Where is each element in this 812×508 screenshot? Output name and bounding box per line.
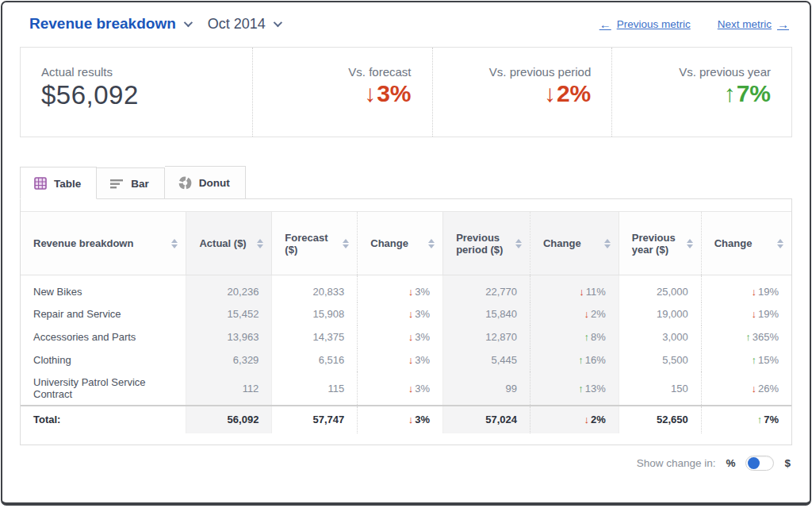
tab-label: Bar — [131, 178, 149, 190]
change-value: 11% — [586, 286, 606, 298]
change-cell: ↓19% — [701, 275, 791, 303]
card-value: $56,092 — [41, 80, 232, 110]
card-delta: ↓2% — [454, 80, 592, 107]
previous-metric-link[interactable]: ← Previous metric — [599, 17, 691, 31]
change-value: 8% — [591, 331, 606, 343]
sort-icon[interactable] — [343, 239, 349, 248]
table-row: Clothing6,3296,516↓3%5,445↑16%5,500↑15% — [21, 348, 791, 371]
next-metric-link[interactable]: Next metric → — [718, 17, 789, 31]
value-cell: 25,000 — [619, 275, 701, 303]
change-cell: ↑15% — [701, 348, 791, 371]
card-vs-previous-period: Vs. previous period ↓2% — [432, 48, 612, 137]
column-header-label: Change — [714, 237, 753, 249]
sort-icon[interactable] — [257, 239, 263, 248]
arrow-down-icon: ↓ — [408, 354, 414, 366]
arrow-up-icon: ↑ — [584, 331, 589, 343]
view-tabs: Table Bar Donut — [20, 166, 792, 199]
change-cell: ↑365% — [701, 325, 791, 348]
table-row: New Bikes20,23620,833↓3%22,770↓11%25,000… — [21, 275, 791, 303]
delta-value: 3% — [377, 80, 411, 106]
card-delta: ↓3% — [274, 80, 412, 107]
tab-donut[interactable]: Donut — [165, 166, 246, 199]
value-cell: 150 — [619, 371, 701, 406]
arrow-left-icon: ← — [599, 17, 611, 31]
column-header-4: Previous period ($) — [443, 212, 530, 275]
row-label: University Patrol Service Contract — [33, 376, 173, 400]
column-header-0: Revenue breakdown — [21, 212, 186, 275]
tab-table[interactable]: Table — [20, 167, 97, 199]
card-label: Vs. previous period — [454, 65, 592, 79]
row-label: Total: — [33, 414, 60, 425]
arrow-down-icon: ↓ — [751, 383, 756, 394]
change-cell: ↓3% — [358, 371, 443, 406]
value-cell: 6,516 — [272, 348, 358, 371]
change-value: 2% — [591, 414, 606, 425]
arrow-down-icon: ↓ — [364, 80, 376, 106]
sort-icon[interactable] — [604, 239, 611, 248]
previous-metric-label: Previous metric — [617, 18, 691, 30]
card-label: Vs. previous year — [633, 65, 771, 79]
change-cell: ↓2% — [530, 406, 619, 433]
period-selector[interactable]: Oct 2014 — [208, 16, 280, 33]
value-cell: 5,445 — [443, 348, 530, 371]
sort-icon[interactable] — [171, 239, 178, 248]
footer-controls: Show change in: % $ — [2, 456, 791, 471]
change-cell: ↑7% — [701, 406, 791, 433]
metric-selector[interactable]: Revenue breakdown — [29, 15, 190, 33]
arrow-up-icon: ↑ — [757, 414, 763, 425]
value-cell: 57,747 — [272, 406, 358, 433]
value-cell: 14,375 — [272, 325, 358, 348]
sort-icon[interactable] — [515, 239, 522, 248]
value-cell: 99 — [443, 371, 530, 406]
next-metric-label: Next metric — [718, 18, 772, 30]
page-title: Revenue breakdown — [29, 15, 176, 33]
table-row: University Patrol Service Contract112115… — [21, 371, 791, 406]
change-value: 3% — [415, 286, 430, 298]
delta-value: 2% — [557, 80, 591, 106]
column-header-1: Actual ($) — [186, 212, 272, 275]
revenue-table: Revenue breakdownActual ($)Forecast ($)C… — [21, 211, 791, 433]
change-unit-toggle[interactable] — [745, 456, 774, 471]
arrow-down-icon: ↓ — [584, 414, 589, 425]
column-header-label: Previous period ($) — [456, 232, 512, 256]
arrow-up-icon: ↑ — [751, 354, 756, 366]
sort-icon[interactable] — [777, 239, 783, 248]
row-label-cell: Accessories and Parts — [21, 325, 186, 348]
table-row: Accessories and Parts13,96314,375↓3%12,8… — [21, 325, 791, 348]
sort-icon[interactable] — [687, 239, 693, 248]
row-label-cell: Clothing — [21, 348, 186, 371]
card-label: Actual results — [41, 65, 232, 79]
change-cell: ↓3% — [358, 325, 443, 348]
change-value: 365% — [753, 331, 779, 343]
arrow-up-icon: ↑ — [724, 80, 736, 106]
change-value: 19% — [758, 286, 779, 298]
dollar-unit-label: $ — [784, 457, 791, 469]
change-value: 3% — [415, 308, 430, 320]
value-cell: 115 — [272, 371, 358, 406]
card-vs-previous-year: Vs. previous year ↑7% — [611, 48, 791, 137]
sort-icon[interactable] — [428, 239, 435, 248]
change-value: 7% — [764, 414, 779, 425]
change-cell: ↑8% — [530, 325, 619, 348]
column-header-6: Previous year ($) — [619, 212, 701, 275]
change-value: 19% — [758, 308, 779, 320]
row-label: Clothing — [33, 354, 71, 366]
change-value: 16% — [585, 354, 606, 366]
show-change-in-label: Show change in: — [637, 457, 716, 469]
card-delta: ↑7% — [633, 80, 771, 107]
change-cell: ↓26% — [701, 371, 791, 406]
tab-bar[interactable]: Bar — [97, 167, 165, 199]
change-value: 2% — [591, 308, 606, 320]
period-label: Oct 2014 — [208, 16, 266, 33]
value-cell: 15,908 — [272, 302, 358, 325]
arrow-down-icon: ↓ — [408, 383, 414, 394]
arrow-down-icon: ↓ — [579, 286, 584, 298]
column-header-label: Change — [543, 237, 581, 249]
chevron-down-icon — [184, 18, 193, 27]
row-label-cell: New Bikes — [21, 275, 186, 303]
row-label: New Bikes — [33, 286, 82, 298]
bar-lines-icon — [110, 179, 124, 190]
arrow-down-icon: ↓ — [751, 308, 756, 320]
top-bar: Revenue breakdown Oct 2014 ← Previous me… — [2, 2, 810, 40]
value-cell: 20,833 — [272, 275, 358, 303]
